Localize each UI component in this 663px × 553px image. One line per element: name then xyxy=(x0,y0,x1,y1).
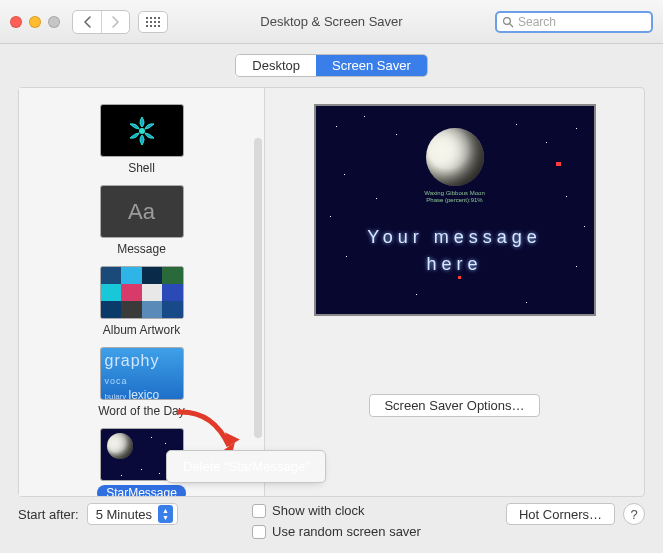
close-window-button[interactable] xyxy=(10,16,22,28)
screensaver-list[interactable]: Shell Aa Message Album Artwork graphy vo… xyxy=(19,88,265,496)
start-after-label: Start after: xyxy=(18,507,79,522)
tab-screen-saver[interactable]: Screen Saver xyxy=(316,55,427,76)
checkbox-icon xyxy=(252,525,266,539)
list-item-word-of-the-day[interactable]: graphy voca bulary lexico xyxy=(100,347,184,400)
tab-bar: Desktop Screen Saver xyxy=(0,44,663,87)
minimize-window-button[interactable] xyxy=(29,16,41,28)
nav-back-forward xyxy=(72,10,130,34)
footer: Start after: 5 Minutes ▲▼ Show with cloc… xyxy=(0,497,663,553)
svg-point-0 xyxy=(504,17,511,24)
svg-line-1 xyxy=(510,23,513,26)
tab-desktop[interactable]: Desktop xyxy=(236,55,316,76)
start-after-value: 5 Minutes xyxy=(96,507,152,522)
search-input[interactable] xyxy=(518,15,646,29)
fractal-icon xyxy=(117,111,167,151)
list-label-shell: Shell xyxy=(128,161,155,175)
preview-message-text: Your message here xyxy=(316,224,594,278)
zoom-window-button[interactable] xyxy=(48,16,60,28)
preview-image: Waxing Gibbous Moon Phase (percent):91% … xyxy=(314,104,596,316)
context-menu-delete[interactable]: Delete “StarMessage” xyxy=(170,453,322,480)
checkbox-icon xyxy=(252,504,266,518)
search-field[interactable] xyxy=(495,11,653,33)
preview-moon-icon xyxy=(426,128,484,186)
use-random-label: Use random screen saver xyxy=(272,524,421,539)
help-button[interactable]: ? xyxy=(623,503,645,525)
preview-pane: Waxing Gibbous Moon Phase (percent):91% … xyxy=(265,88,644,496)
tab-segmented: Desktop Screen Saver xyxy=(235,54,427,77)
list-label-message: Message xyxy=(117,242,166,256)
stepper-arrows-icon: ▲▼ xyxy=(158,505,173,523)
forward-button[interactable] xyxy=(101,11,129,33)
window-controls xyxy=(10,16,60,28)
titlebar: Desktop & Screen Saver xyxy=(0,0,663,44)
scrollbar[interactable] xyxy=(254,138,262,438)
start-after-select[interactable]: 5 Minutes ▲▼ xyxy=(87,503,178,525)
preview-moon-text: Waxing Gibbous Moon Phase (percent):91% xyxy=(316,190,594,204)
list-label-album: Album Artwork xyxy=(103,323,180,337)
list-label-starmessage: StarMessage xyxy=(97,485,186,496)
show-with-clock-checkbox[interactable]: Show with clock xyxy=(252,503,421,518)
list-item-shell[interactable] xyxy=(100,104,184,157)
list-item-album-artwork[interactable] xyxy=(100,266,184,319)
grid-icon xyxy=(146,17,160,27)
back-button[interactable] xyxy=(73,11,101,33)
hot-corners-button[interactable]: Hot Corners… xyxy=(506,503,615,525)
use-random-checkbox[interactable]: Use random screen saver xyxy=(252,524,421,539)
search-icon xyxy=(502,16,514,28)
show-all-button[interactable] xyxy=(138,11,168,33)
list-label-word: Word of the Day xyxy=(98,404,184,418)
show-with-clock-label: Show with clock xyxy=(272,503,364,518)
screen-saver-options-button[interactable]: Screen Saver Options… xyxy=(369,394,539,417)
list-item-message[interactable]: Aa xyxy=(100,185,184,238)
content-panel: Shell Aa Message Album Artwork graphy vo… xyxy=(18,87,645,497)
svg-point-2 xyxy=(139,128,145,134)
